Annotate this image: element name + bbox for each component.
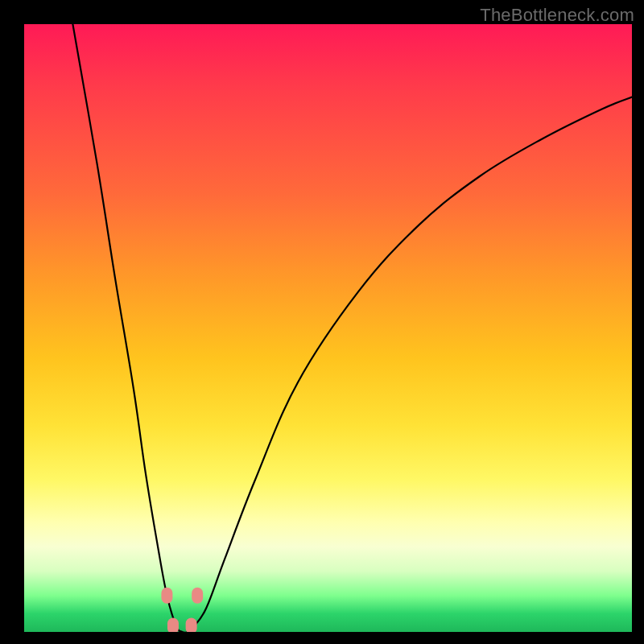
plot-area: [24, 24, 632, 632]
curve-marker: [186, 617, 197, 632]
curve-marker: [192, 588, 203, 604]
curve-markers: [24, 24, 632, 632]
chart-frame: TheBottleneck.com: [0, 0, 644, 644]
curve-marker: [167, 617, 179, 632]
watermark-text: TheBottleneck.com: [480, 5, 634, 26]
curve-marker: [161, 588, 172, 604]
